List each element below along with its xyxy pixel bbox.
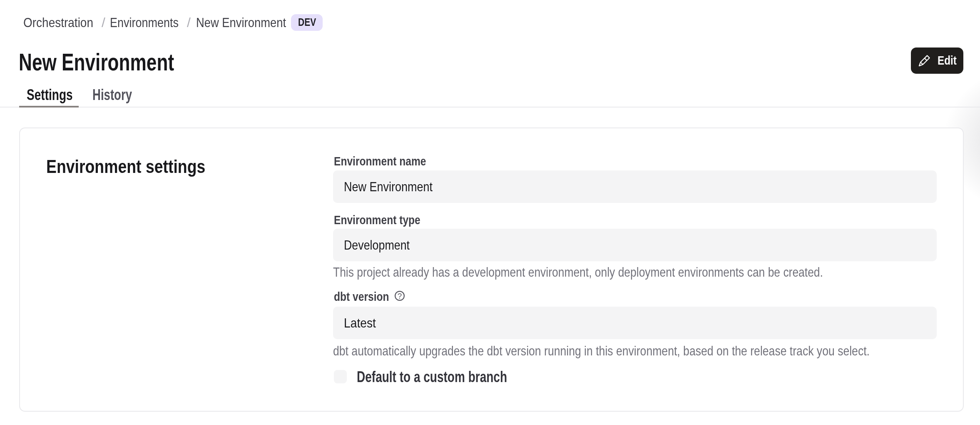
svg-text:?: ? — [398, 292, 402, 300]
